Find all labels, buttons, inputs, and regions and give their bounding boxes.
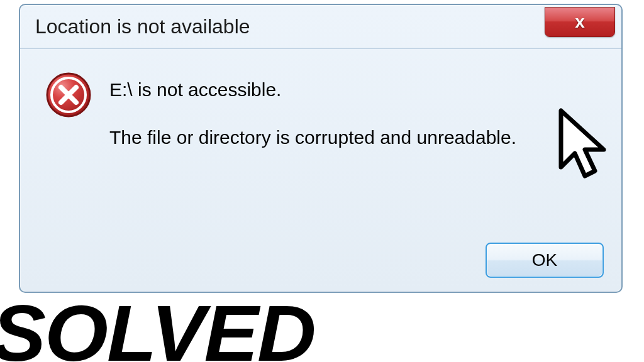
error-icon [45,72,92,118]
error-message-secondary: The file or directory is corrupted and u… [109,127,596,148]
error-dialog: Location is not available x E:\ is n [19,4,623,293]
error-message-primary: E:\ is not accessible. [109,79,596,101]
dialog-content: E:\ is not accessible. The file or direc… [20,49,621,225]
ok-button[interactable]: OK [486,243,604,278]
titlebar: Location is not available x [20,5,621,49]
message-container: E:\ is not accessible. The file or direc… [109,72,596,148]
dialog-title: Location is not available [35,15,250,38]
close-button[interactable]: x [545,7,615,37]
close-icon: x [575,12,585,32]
ok-button-label: OK [532,250,557,270]
button-row: OK [486,243,604,278]
solved-overlay-text: SOLVED [0,294,315,362]
